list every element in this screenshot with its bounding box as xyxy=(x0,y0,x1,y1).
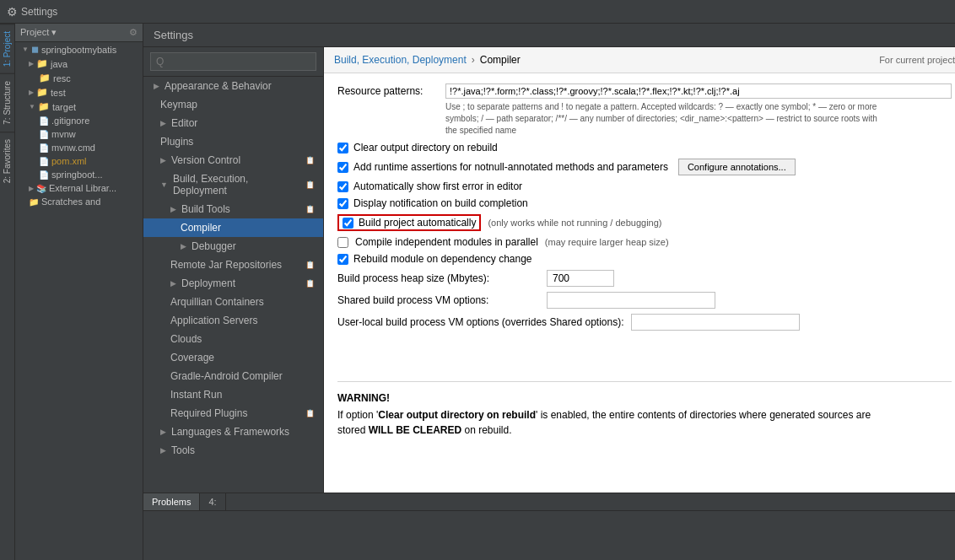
build-auto-note: (only works while not running / debuggin… xyxy=(488,218,661,228)
nav-clouds[interactable]: Clouds xyxy=(143,330,323,348)
nav-label-plugins: Plugins xyxy=(160,136,193,148)
user-vm-label: User-local build process VM options (ove… xyxy=(337,316,624,328)
configure-annotations-button[interactable]: Configure annotations... xyxy=(678,159,796,175)
user-vm-input[interactable] xyxy=(631,314,800,331)
nav-label-editor: Editor xyxy=(171,117,197,129)
breadcrumb-build[interactable]: Build, Execution, Deployment xyxy=(334,54,467,66)
tree-label-target: target xyxy=(52,102,76,112)
nav-deployment[interactable]: ▶ Deployment 📋 xyxy=(143,274,323,293)
heap-size-input[interactable] xyxy=(547,270,614,287)
runtime-assertions-label: Add runtime assertions for notnull-annot… xyxy=(353,161,668,173)
bottom-content xyxy=(143,511,955,560)
shared-vm-row: Shared build process VM options: xyxy=(337,292,952,309)
project-tree: ▼ ◼ springbootmybatis ▶ 📁 java 📁 resc ▶ … xyxy=(15,42,143,560)
resource-patterns-row: Resource patterns: Use ; to separate pat… xyxy=(337,83,952,137)
nav-plugins[interactable]: Plugins xyxy=(143,132,323,151)
tab-2-favorites[interactable]: 2: Favorites xyxy=(0,132,14,190)
arrow-right-editor: ▶ xyxy=(160,119,166,127)
arrow-right-appearance: ▶ xyxy=(154,82,159,90)
build-notification-checkbox[interactable] xyxy=(337,198,348,209)
nav-label-tools: Tools xyxy=(171,444,195,456)
tree-item-mvnw-cmd[interactable]: 📄 mvnw.cmd xyxy=(15,141,143,154)
nav-label-debugger: Debugger xyxy=(192,240,236,252)
warning-text: If option 'Clear output directory on reb… xyxy=(337,407,952,438)
settings-search-container xyxy=(143,47,323,77)
arrow-right-icon-test: ▶ xyxy=(29,89,34,96)
project-header: Project ▾ ⚙ xyxy=(15,24,143,42)
nav-coverage[interactable]: Coverage xyxy=(143,348,323,367)
tree-label-mvnwcmd: mvnw.cmd xyxy=(51,143,95,153)
tree-item-mvnw[interactable]: 📄 mvnw xyxy=(15,127,143,141)
gear-icon[interactable]: ⚙ xyxy=(129,27,138,38)
nav-label-arquillian: Arquillian Containers xyxy=(170,296,264,308)
rebuild-dependency-checkbox[interactable] xyxy=(337,254,348,265)
settings-body: ▶ Appearance & Behavior Keymap ▶ Editor xyxy=(143,47,955,493)
tree-item-java[interactable]: ▶ 📁 java xyxy=(15,57,143,71)
nav-label-app-servers: Application Servers xyxy=(170,315,257,326)
nav-build-execution[interactable]: ▼ Build, Execution, Deployment 📋 xyxy=(143,170,323,200)
tree-item-target[interactable]: ▼ 📁 target xyxy=(15,100,143,114)
nav-build-tools[interactable]: ▶ Build Tools 📋 xyxy=(143,200,323,218)
nav-instant-run[interactable]: Instant Run xyxy=(143,385,323,404)
build-auto-checkbox[interactable] xyxy=(343,218,353,229)
breadcrumb-compiler: Compiler xyxy=(480,54,521,66)
shared-vm-input[interactable] xyxy=(547,292,715,309)
app-icon: ⚙ xyxy=(7,5,18,19)
copy-icon-remote-jar[interactable]: 📋 xyxy=(305,261,316,269)
tree-item-gitignore[interactable]: 📄 .gitignore xyxy=(15,114,143,127)
nav-gradle-android[interactable]: Gradle-Android Compiler xyxy=(143,367,323,385)
resource-patterns-field: Use ; to separate patterns and ! to nega… xyxy=(445,83,952,137)
nav-remote-jar[interactable]: Remote Jar Repositories 📋 xyxy=(143,256,323,274)
arrow-right-deployment: ▶ xyxy=(170,279,176,288)
tree-item-extlib[interactable]: ▶ 📚 External Librar... xyxy=(15,181,143,195)
nav-appearance-behavior[interactable]: ▶ Appearance & Behavior xyxy=(143,77,323,95)
project-icon: ◼ xyxy=(31,44,39,55)
titlebar: ⚙ Settings xyxy=(0,0,955,24)
runtime-assertions-checkbox[interactable] xyxy=(337,162,348,173)
nav-tools[interactable]: ▶ Tools xyxy=(143,441,323,460)
nav-label-keymap: Keymap xyxy=(160,99,197,110)
build-auto-highlighted-row: Build project automatically xyxy=(337,214,481,231)
project-root[interactable]: ▼ ◼ springbootmybatis xyxy=(15,42,143,57)
tree-item-scratches[interactable]: 📁 Scratches and xyxy=(15,195,143,208)
tab-7-structure[interactable]: 7: Structure xyxy=(0,73,14,132)
nav-required-plugins[interactable]: Required Plugins 📋 xyxy=(143,404,323,423)
runtime-assertions-row: Add runtime assertions for notnull-annot… xyxy=(337,159,952,175)
show-first-error-checkbox[interactable] xyxy=(337,181,348,192)
problems-tab[interactable]: Problems xyxy=(143,493,200,510)
resource-patterns-input[interactable] xyxy=(445,83,952,99)
tree-item-resc[interactable]: 📁 resc xyxy=(15,71,143,85)
tree-item-pom[interactable]: 📄 pom.xml xyxy=(15,154,143,168)
project-panel: Project ▾ ⚙ ▼ ◼ springbootmybatis ▶ 📁 ja… xyxy=(15,24,143,560)
tab-1-project[interactable]: 1: Project xyxy=(0,24,14,73)
compile-parallel-checkbox[interactable] xyxy=(337,237,348,248)
copy-icon-build[interactable]: 📋 xyxy=(305,180,316,189)
nav-compiler[interactable]: Compiler xyxy=(143,218,323,237)
compile-parallel-note: (may require larger heap size) xyxy=(545,237,669,247)
nav-version-control[interactable]: ▶ Version Control 📋 xyxy=(143,151,323,170)
tab-4[interactable]: 4: xyxy=(200,493,225,510)
copy-icon-build-tools[interactable]: 📋 xyxy=(305,205,316,213)
copy-icon-deployment[interactable]: 📋 xyxy=(305,279,316,288)
tree-item-test[interactable]: ▶ 📁 test xyxy=(15,85,143,100)
copy-icon-required-plugins[interactable]: 📋 xyxy=(305,409,316,417)
nav-languages-frameworks[interactable]: ▶ Languages & Frameworks xyxy=(143,423,323,441)
nav-label-compiler: Compiler xyxy=(181,222,221,234)
file-icon-springboot: 📄 xyxy=(39,170,49,180)
project-dropdown[interactable]: Project ▾ xyxy=(20,27,57,38)
tree-label-gitignore: .gitignore xyxy=(51,116,89,126)
nav-app-servers[interactable]: Application Servers xyxy=(143,311,323,330)
nav-arquillian[interactable]: Arquillian Containers xyxy=(143,293,323,311)
nav-editor[interactable]: ▶ Editor xyxy=(143,114,323,132)
tree-item-springboot[interactable]: 📄 springboot... xyxy=(15,168,143,181)
nav-label-vc: Version Control xyxy=(171,154,240,166)
settings-search-input[interactable] xyxy=(150,52,316,71)
resource-hint: Use ; to separate patterns and ! to nega… xyxy=(445,101,952,137)
nav-keymap[interactable]: Keymap xyxy=(143,95,323,114)
copy-icon-vc[interactable]: 📋 xyxy=(305,156,316,164)
nav-label-instant-run: Instant Run xyxy=(170,389,222,401)
clear-output-checkbox[interactable] xyxy=(337,143,348,153)
nav-debugger[interactable]: ▶ Debugger xyxy=(143,237,323,256)
tree-label-mvnw: mvnw xyxy=(51,129,76,139)
settings-form: Resource patterns: Use ; to separate pat… xyxy=(324,73,955,493)
